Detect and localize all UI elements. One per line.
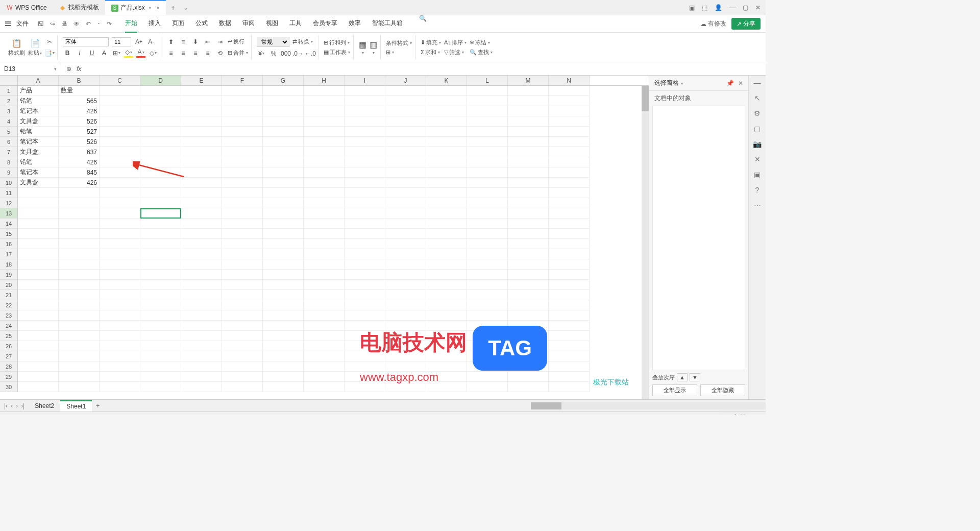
cell[interactable] <box>426 167 467 178</box>
cell[interactable] <box>263 290 304 300</box>
cell[interactable] <box>222 341 263 351</box>
cell[interactable] <box>345 382 385 392</box>
cell[interactable] <box>263 137 304 147</box>
cell[interactable] <box>140 157 181 167</box>
cell[interactable] <box>549 300 590 310</box>
undo-icon[interactable]: ↶ <box>86 20 91 28</box>
cell[interactable] <box>222 361 263 372</box>
cell[interactable] <box>508 208 549 219</box>
cell[interactable] <box>345 229 385 239</box>
cell[interactable] <box>508 300 549 310</box>
column-header[interactable]: D <box>140 76 181 85</box>
cell[interactable] <box>181 300 222 310</box>
cell[interactable] <box>385 188 426 198</box>
cell[interactable] <box>426 290 467 300</box>
column-header[interactable]: I <box>345 76 385 85</box>
cell[interactable] <box>385 198 426 208</box>
cell[interactable] <box>18 239 59 249</box>
cell[interactable] <box>549 127 590 137</box>
search-icon[interactable]: 🔍 <box>419 15 427 33</box>
sort-button[interactable]: A↓ 排序▾ <box>444 39 467 46</box>
align-middle-icon[interactable]: ≡ <box>179 37 188 46</box>
name-box[interactable]: D13 ▾ <box>0 62 61 75</box>
cell[interactable] <box>263 310 304 321</box>
cell[interactable] <box>426 259 467 270</box>
camera-tool-icon[interactable]: 📷 <box>753 140 762 148</box>
cell[interactable] <box>263 157 304 167</box>
cell[interactable] <box>385 116 426 127</box>
cell[interactable] <box>467 106 508 116</box>
cell[interactable] <box>140 321 181 331</box>
cell[interactable] <box>508 86 549 96</box>
cell[interactable] <box>18 290 59 300</box>
select-tool-icon[interactable]: ↖ <box>754 94 761 102</box>
cell[interactable] <box>304 310 345 321</box>
reading-view-icon[interactable]: ☐ <box>619 414 624 415</box>
cell[interactable] <box>140 178 181 188</box>
cell[interactable] <box>549 351 590 361</box>
cell[interactable] <box>549 249 590 259</box>
font-size-select[interactable] <box>112 37 131 46</box>
decrease-font-icon[interactable]: A- <box>146 37 156 46</box>
cell[interactable] <box>508 382 549 392</box>
cell[interactable] <box>385 96 426 106</box>
cell[interactable] <box>467 351 508 361</box>
cell[interactable] <box>508 96 549 106</box>
cell[interactable] <box>467 321 508 331</box>
cell[interactable] <box>467 341 508 351</box>
cell[interactable] <box>467 249 508 259</box>
maximize-icon[interactable]: ▢ <box>743 4 748 11</box>
layout-icon[interactable]: ▣ <box>689 4 695 11</box>
fill-color-icon[interactable]: ◇▾ <box>124 49 133 58</box>
cell[interactable] <box>508 198 549 208</box>
cell[interactable] <box>385 259 426 270</box>
cell[interactable] <box>181 106 222 116</box>
cell[interactable]: 845 <box>59 167 100 178</box>
cell[interactable] <box>345 219 385 229</box>
row-header[interactable]: 22 <box>0 300 18 310</box>
cell[interactable] <box>345 208 385 219</box>
cell[interactable] <box>181 351 222 361</box>
cell[interactable] <box>140 229 181 239</box>
cell[interactable] <box>263 331 304 341</box>
cell[interactable] <box>263 372 304 382</box>
zoom-lens-icon[interactable]: ⊕ <box>66 65 71 73</box>
cell[interactable] <box>385 106 426 116</box>
cell[interactable] <box>304 361 345 372</box>
column-header[interactable]: E <box>181 76 222 85</box>
cell[interactable] <box>222 167 263 178</box>
cell[interactable] <box>508 219 549 229</box>
cell[interactable] <box>100 372 140 382</box>
cell[interactable] <box>59 229 100 239</box>
cell[interactable] <box>304 341 345 351</box>
cell[interactable] <box>304 321 345 331</box>
format-painter-button[interactable]: 📋格式刷 <box>8 38 25 57</box>
show-all-button[interactable]: 全部显示 <box>652 384 697 396</box>
cell[interactable] <box>508 239 549 249</box>
column-header[interactable]: L <box>467 76 508 85</box>
cell[interactable] <box>100 188 140 198</box>
row-header[interactable]: 7 <box>0 147 18 157</box>
cell[interactable] <box>222 188 263 198</box>
cell[interactable] <box>100 137 140 147</box>
cell[interactable] <box>18 198 59 208</box>
cell[interactable] <box>59 249 100 259</box>
cell[interactable]: 637 <box>59 147 100 157</box>
cell[interactable] <box>59 239 100 249</box>
cell[interactable] <box>59 310 100 321</box>
cell[interactable] <box>467 259 508 270</box>
app-tab-file[interactable]: S 产品.xlsx • × <box>105 0 166 15</box>
cell[interactable] <box>263 270 304 280</box>
cell[interactable] <box>263 280 304 290</box>
more-icon[interactable]: ⋯ <box>754 201 761 209</box>
number-format-select[interactable]: 常规 <box>257 37 289 47</box>
cell[interactable] <box>263 147 304 157</box>
cell[interactable] <box>549 96 590 106</box>
cell[interactable] <box>100 157 140 167</box>
cell[interactable] <box>181 361 222 372</box>
align-top-icon[interactable]: ⬆ <box>166 37 176 46</box>
column-header[interactable]: N <box>549 76 590 85</box>
grid-view-icon[interactable]: ⊞ <box>584 414 589 415</box>
zoom-out-icon[interactable]: − <box>652 414 656 415</box>
cell[interactable] <box>385 127 426 137</box>
